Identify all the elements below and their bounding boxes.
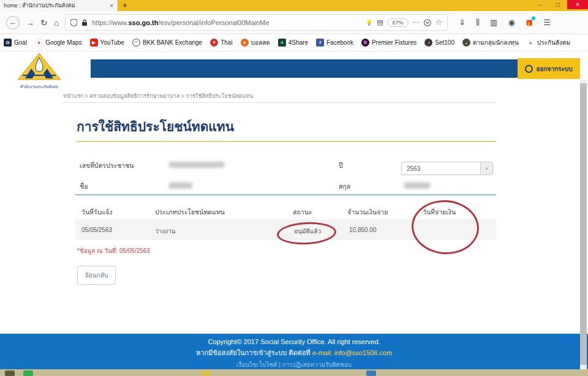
url-text[interactable]: https://www.sso.go.th/esv/personal/infoP… [92,19,361,26]
surname-label: สกุล [339,181,350,192]
data-as-of-note: *ข้อมูล ณ วันที่: 05/05/2563 [77,246,150,255]
scrollbar-thumb[interactable] [580,83,587,365]
investor-icon: ◒ [462,39,470,47]
cell-date-notified: 05/05/2563 [81,227,112,233]
taskbar-app-icon[interactable] [201,370,211,376]
downloads-icon[interactable]: ⇓ [459,18,466,26]
sidebar-icon[interactable]: ▥ [490,18,497,26]
browser-titlebar: home : สำนักงานประกันสังคม × + — ▢ ✕ [0,0,588,11]
page-title: การใช้สิทธิประโยชน์ทดแทน [77,116,234,137]
chevron-down-icon[interactable]: ˅ [480,162,492,175]
browser-tab[interactable]: home : สำนักงานประกันสังคม × [0,0,118,11]
back-button[interactable]: ย้อนกลับ [77,266,116,285]
new-tab-button[interactable]: + [123,1,127,10]
url-bar[interactable]: https://www.sso.go.th/esv/personal/infoP… [65,14,448,31]
lock-icon[interactable] [81,19,88,26]
footer-contact: หากมีข้อสงสัยในการเข้าสู่ระบบ ติดต่อที่ … [0,347,588,358]
sso-logo-icon [17,53,62,81]
site-header: ออกจากระบบ สำนักงานประกันสังคม [0,51,580,89]
col-header-amount: จำนวนเงินจ่าย [347,207,388,217]
bkk-bank-icon: ◠ [132,39,140,47]
sso-favicon-icon: ▲ [527,39,535,47]
home-icon[interactable]: ⌂ [54,18,59,27]
browser-navbar: ← → ↻ ⌂ https://www.sso.go.th/esv/person… [0,11,588,34]
back-icon[interactable]: ← [6,16,20,29]
cell-amount: 10,850.00 [349,227,377,233]
bookmark-google-maps[interactable]: ●Google Maps [35,39,81,47]
year-select[interactable]: 2563 ˅ [401,162,493,175]
annotation-circle-pay-date [410,198,481,256]
col-header-status: สถานะ [293,207,312,217]
bookmark-set100[interactable]: ◑Set100 [424,39,454,47]
premier-icon: ♔ [361,39,369,47]
name-label: ชื่อ [80,181,88,192]
account-icon[interactable]: ◉ [508,18,514,26]
maximize-button[interactable]: ▢ [549,0,567,9]
permissions-icon[interactable]: 💡 [366,20,372,26]
set100-icon: ◑ [424,39,432,47]
ball-icon: ● [241,39,249,47]
4share-icon: 4 [278,39,286,47]
title-underline [77,141,496,142]
tab-close-icon[interactable]: × [110,2,113,9]
citizen-id-label: เลขที่บัตรประชาชน [80,160,134,171]
whatsnew-icon[interactable]: 🎁 [526,18,533,26]
breadcrumb[interactable]: หน้าแรก > ตรวจสอบข้อมูลสิทธิการรักษาพยาบ… [63,92,254,100]
cell-benefit-type: ว่างงาน [155,227,175,236]
logout-label: ออกจากระบบ [536,64,572,73]
year-value: 2563 [402,165,480,172]
forward-icon[interactable]: → [26,18,34,27]
bookmark-youtube[interactable]: ▶YouTube [90,39,124,47]
footer-copyright: Copyright© 2017 Social Security Office. … [0,338,588,345]
bookmark-bkk-bank[interactable]: ◠BKK BANK Exchange [132,39,202,47]
bookmark-ballsod[interactable]: ●บอลสด [241,38,270,47]
windows-taskbar[interactable] [0,369,588,376]
taskbar-app-icon[interactable] [366,370,376,376]
goal-favicon-icon: G [4,39,12,47]
bookmark-4share[interactable]: 44Share [278,39,308,47]
notification-dot [532,17,535,20]
zoom-level-badge[interactable]: 67% [388,18,409,27]
col-header-benefit-type: ประเภทประโยชน์ทดแทน [155,207,225,217]
logout-button[interactable]: ออกจากระบบ [525,64,572,73]
pocket-icon[interactable] [424,19,431,26]
citizen-id-value-redacted [169,162,224,168]
reload-icon[interactable]: ↻ [40,18,48,27]
minimize-button[interactable]: — [530,0,549,9]
taskbar-app-icon[interactable] [5,370,15,376]
maps-pin-icon: ● [35,39,43,47]
bookmark-sso[interactable]: ▲ประกันสังคม [527,38,570,47]
col-header-date-notified: วันที่รับแจ้ง [81,207,112,217]
footer-email-link[interactable]: e-mail: info@sso1506.com [312,349,392,356]
bookmark-premier-fixtures[interactable]: ♔Premier Fixtures [361,39,417,47]
bookmark-goal[interactable]: GGoal [4,39,27,47]
sso-logo[interactable]: สำนักงานประกันสังคม [11,53,67,90]
youtube-icon: ▶ [90,39,98,47]
form-divider [75,194,496,195]
close-button[interactable]: ✕ [567,0,588,9]
bookmarks-bar: GGoal ●Google Maps ▶YouTube ◠BKK BANK Ex… [0,34,588,51]
footer-terms-links[interactable]: เงื่อนไขเว็บไซต์ | การปฏิเสธความรับผิดชอ… [0,360,588,369]
thai-icon: ✦ [210,39,218,47]
taskbar-line-icon[interactable] [23,370,33,376]
reader-view-icon[interactable]: ▤ [377,18,383,26]
logo-text: สำนักงานประกันสังคม [11,84,67,90]
surname-value-redacted [404,182,430,189]
bookmark-thai[interactable]: ✦Thai [210,39,232,47]
logout-area: ออกจากระบบ [518,58,580,79]
window-controls: — ▢ ✕ [530,0,588,9]
site-footer: Copyright© 2017 Social Security Office. … [0,334,588,369]
year-label: ปี [339,160,343,171]
page-actions-icon[interactable]: ⋯ [413,18,420,26]
header-blue-band [91,59,580,78]
facebook-icon: f [316,39,324,47]
bookmark-facebook[interactable]: fFacebook [316,39,353,47]
tracking-shield-icon[interactable] [70,19,77,26]
bookmark-investor-group[interactable]: ◒ตามกลุ่มนักลงทุน [462,38,519,47]
divider [61,102,496,103]
name-value-redacted [169,182,192,189]
library-icon[interactable]: ⫼ [476,18,480,26]
bookmark-star-icon[interactable]: ☆ [435,18,443,27]
logout-icon [525,65,533,73]
menu-icon[interactable]: ☰ [543,18,551,26]
